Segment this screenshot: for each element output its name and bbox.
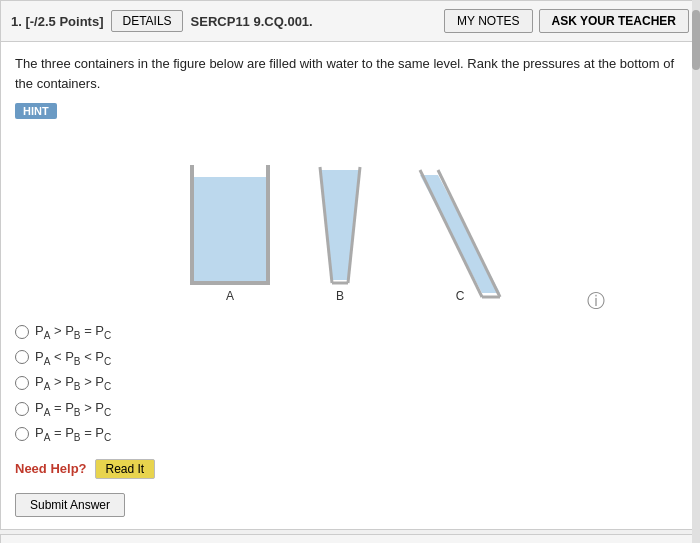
container-c-svg bbox=[410, 165, 510, 305]
option-2-text: PA < PB < PC bbox=[35, 349, 111, 367]
q1-points-label: 1. [-/2.5 Points] bbox=[11, 14, 103, 29]
container-a-glass bbox=[190, 165, 270, 285]
container-b-label: B bbox=[336, 289, 344, 303]
option-4-radio[interactable] bbox=[15, 402, 29, 416]
option-2-radio[interactable] bbox=[15, 350, 29, 364]
option-5-text: PA = PB = PC bbox=[35, 425, 111, 443]
question-1-header: 1. [-/2.5 Points] DETAILS SERCP11 9.CQ.0… bbox=[1, 1, 699, 42]
submit-answer-button[interactable]: Submit Answer bbox=[15, 493, 125, 517]
container-b-wrapper bbox=[310, 165, 370, 285]
container-b-svg bbox=[310, 165, 370, 285]
scrollbar-track bbox=[692, 0, 700, 543]
need-help-row: Need Help? Read It bbox=[15, 459, 685, 479]
option-5-radio[interactable] bbox=[15, 427, 29, 441]
option-3-text: PA > PB > PC bbox=[35, 374, 111, 392]
option-2: PA < PB < PC bbox=[15, 349, 685, 367]
container-a-label: A bbox=[226, 289, 234, 303]
q1-header-right: MY NOTES ASK YOUR TEACHER bbox=[444, 9, 689, 33]
option-3: PA > PB > PC bbox=[15, 374, 685, 392]
option-1-radio[interactable] bbox=[15, 325, 29, 339]
q1-details-button[interactable]: DETAILS bbox=[111, 10, 182, 32]
container-a-shape bbox=[190, 165, 270, 285]
scrollbar-thumb[interactable] bbox=[692, 10, 700, 70]
need-help-label: Need Help? bbox=[15, 461, 87, 476]
hint-button[interactable]: HINT bbox=[15, 103, 57, 119]
q1-question-code: SERCP11 9.CQ.001. bbox=[191, 14, 436, 29]
question-2-block: 2. [-/2.5 Points] DETAILS SERCP11 9.CQ.0… bbox=[0, 534, 700, 543]
question-1-body: The three containers in the figure below… bbox=[1, 42, 699, 529]
options-list: PA > PB = PC PA < PB < PC PA > PB > PC P… bbox=[15, 323, 685, 443]
read-it-button[interactable]: Read It bbox=[95, 459, 156, 479]
q1-question-text: The three containers in the figure below… bbox=[15, 54, 685, 93]
option-5: PA = PB = PC bbox=[15, 425, 685, 443]
option-1: PA > PB = PC bbox=[15, 323, 685, 341]
option-4: PA = PB > PC bbox=[15, 400, 685, 418]
q1-ask-teacher-button[interactable]: ASK YOUR TEACHER bbox=[539, 9, 689, 33]
question-1-block: 1. [-/2.5 Points] DETAILS SERCP11 9.CQ.0… bbox=[0, 0, 700, 530]
info-icon[interactable]: ⓘ bbox=[587, 289, 605, 313]
option-1-text: PA > PB = PC bbox=[35, 323, 111, 341]
figure-area: A B bbox=[15, 143, 685, 303]
svg-line-6 bbox=[438, 170, 500, 297]
option-4-text: PA = PB > PC bbox=[35, 400, 111, 418]
container-c-wrapper bbox=[410, 165, 510, 285]
question-2-header: 2. [-/2.5 Points] DETAILS SERCP11 9.CQ.0… bbox=[1, 535, 699, 543]
q1-my-notes-button[interactable]: MY NOTES bbox=[444, 9, 532, 33]
container-a-figure: A bbox=[190, 165, 270, 303]
option-3-radio[interactable] bbox=[15, 376, 29, 390]
container-b-figure: B bbox=[310, 165, 370, 303]
container-c-figure: C bbox=[410, 165, 510, 303]
svg-line-5 bbox=[420, 170, 482, 297]
